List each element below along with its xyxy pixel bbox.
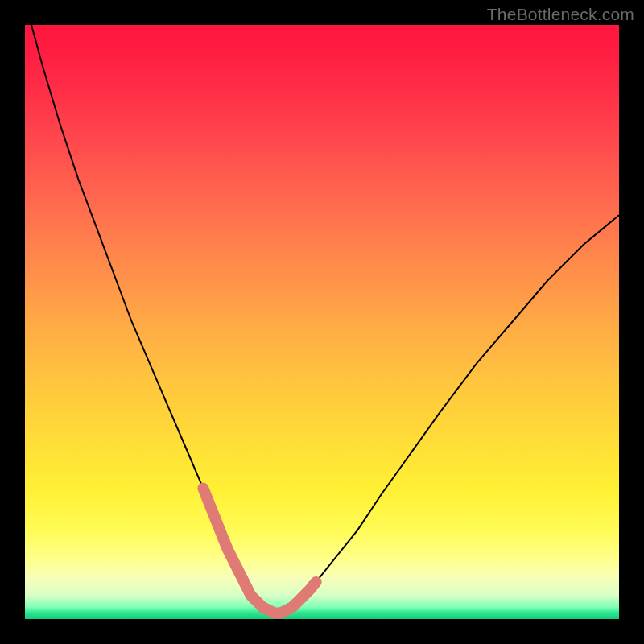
valley-floor-marker: [245, 584, 280, 613]
plot-area: [25, 25, 619, 619]
left-descent-marker: [203, 489, 245, 584]
watermark-text: TheBottleneck.com: [487, 5, 634, 24]
bottleneck-curve: [25, 25, 619, 613]
curve-layer: [25, 25, 619, 619]
right-ascent-marker: [280, 582, 316, 613]
chart-frame: TheBottleneck.com: [0, 0, 644, 644]
